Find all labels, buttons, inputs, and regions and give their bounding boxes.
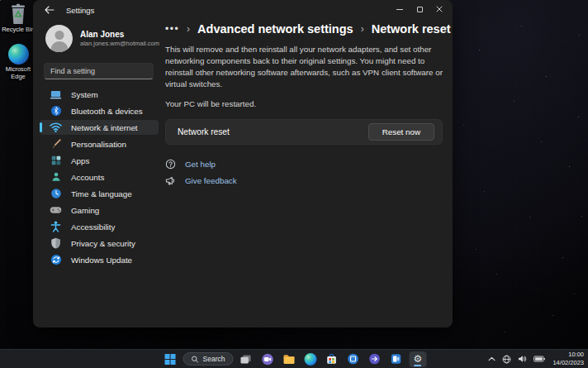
sidebar-item-windows-update[interactable]: Windows Update <box>40 252 159 267</box>
clock-time: 10:00 <box>552 351 584 359</box>
sidebar-item-accessibility[interactable]: Accessibility <box>40 219 159 234</box>
window-title: Settings <box>66 6 94 15</box>
volume-icon[interactable] <box>517 354 528 364</box>
bluetooth-icon <box>50 105 62 117</box>
taskbar-search[interactable]: Search <box>183 352 234 366</box>
chevron-right-icon: › <box>361 23 364 35</box>
sidebar-item-label: Bluetooth & devices <box>71 107 143 116</box>
store-icon <box>326 353 338 365</box>
user-info: Alan Jones alan.jones.wm@hotmail.com <box>80 29 159 48</box>
get-help-label: Get help <box>185 160 216 169</box>
settings-gear-icon: ⚙ <box>414 354 423 364</box>
sidebar-item-apps[interactable]: Apps <box>40 153 159 168</box>
give-feedback-link[interactable]: Give feedback <box>165 175 237 186</box>
reset-now-button[interactable]: Reset now <box>368 123 434 141</box>
sidebar-item-label: Windows Update <box>71 256 132 265</box>
sidebar: Alan Jones alan.jones.wm@hotmail.com Sys… <box>33 20 165 327</box>
help-links: Get help Give feedback <box>165 159 443 186</box>
sidebar-item-system[interactable]: System <box>40 87 159 102</box>
shield-icon <box>50 237 62 250</box>
chat-camera-icon <box>261 353 273 366</box>
photos-icon <box>348 353 359 365</box>
file-explorer-icon <box>282 354 295 365</box>
sidebar-item-network-internet[interactable]: Network & internet <box>40 120 159 135</box>
photos-button[interactable] <box>344 351 362 367</box>
feedback-megaphone-icon <box>165 175 176 186</box>
network-reset-card: Network reset Reset now <box>165 119 443 145</box>
apps-grid-icon <box>50 155 62 167</box>
update-arrows-icon <box>50 254 62 266</box>
task-view-button[interactable] <box>237 351 254 367</box>
sidebar-item-bluetooth-devices[interactable]: Bluetooth & devices <box>40 103 159 118</box>
back-button[interactable] <box>43 3 56 17</box>
todo-button[interactable] <box>366 351 383 367</box>
sidebar-item-label: Personalisation <box>71 140 126 149</box>
page-description: This will remove and then reinstall all … <box>165 44 443 90</box>
user-email: alan.jones.wm@hotmail.com <box>80 40 159 48</box>
start-button[interactable] <box>162 351 179 367</box>
card-label: Network reset <box>178 127 230 136</box>
wifi-icon <box>50 122 62 134</box>
back-arrow-icon <box>45 6 55 14</box>
maximize-button[interactable] <box>410 0 429 18</box>
edge-button[interactable] <box>301 351 319 367</box>
search-input[interactable] <box>50 67 147 75</box>
help-icon <box>165 159 176 170</box>
hidden-icons-chevron[interactable] <box>487 356 496 362</box>
desktop: Recycle Bin Microsoft Edge Settings <box>0 0 588 368</box>
accessibility-person-icon <box>50 221 62 233</box>
system-tray: 10:00 14/02/2023 <box>487 350 584 368</box>
main-content: ••• › Advanced network settings › Networ… <box>165 20 443 186</box>
network-globe-icon[interactable] <box>501 354 512 365</box>
desktop-icon-microsoft-edge[interactable]: Microsoft Edge <box>2 44 35 80</box>
file-explorer-button[interactable] <box>280 351 297 367</box>
settings-app-button[interactable]: ⚙ <box>409 351 426 367</box>
search-box[interactable] <box>44 63 154 79</box>
sidebar-item-label: Accounts <box>71 173 104 182</box>
breadcrumb: ••• › Advanced network settings › Networ… <box>165 22 443 36</box>
sidebar-item-gaming[interactable]: Gaming <box>40 203 159 217</box>
desktop-icon-label: Recycle Bin <box>2 26 35 34</box>
sidebar-item-privacy-security[interactable]: Privacy & security <box>40 236 159 251</box>
user-account[interactable]: Alan Jones alan.jones.wm@hotmail.com <box>45 25 165 52</box>
minimize-icon <box>396 9 403 10</box>
close-icon <box>436 6 443 12</box>
give-feedback-label: Give feedback <box>185 176 237 185</box>
edge-icon <box>304 353 316 366</box>
sidebar-item-accounts[interactable]: Accounts <box>40 170 159 184</box>
sidebar-item-label: Privacy & security <box>71 239 135 248</box>
sidebar-item-label: Apps <box>71 156 89 165</box>
widgets-button[interactable] <box>387 351 405 367</box>
avatar <box>45 25 73 52</box>
get-help-link[interactable]: Get help <box>165 159 216 170</box>
wallpaper-stars <box>0 0 1 1</box>
system-icon <box>50 88 62 101</box>
breadcrumb-parent[interactable]: Advanced network settings <box>197 22 353 36</box>
sidebar-item-label: Time & language <box>71 189 132 198</box>
settings-window: Settings Alan Jones alan.jones.wm@hotmai… <box>33 0 453 327</box>
close-button[interactable] <box>429 0 449 18</box>
sidebar-item-label: System <box>71 90 98 99</box>
sidebar-nav: System Bluetooth & devices Network & int… <box>33 87 165 267</box>
task-view-icon <box>240 354 252 365</box>
maximize-icon <box>417 7 423 12</box>
chat-button[interactable] <box>258 351 276 367</box>
sidebar-item-label: Network & internet <box>71 123 138 132</box>
taskbar-clock[interactable]: 10:00 14/02/2023 <box>552 351 584 367</box>
desktop-icon-recycle-bin[interactable]: Recycle Bin <box>2 3 35 34</box>
search-icon <box>192 356 199 363</box>
sidebar-item-time-language[interactable]: Time & language <box>40 186 159 201</box>
taskbar-center: Search <box>162 350 427 368</box>
restart-note: Your PC will be restarted. <box>165 99 443 108</box>
widgets-icon <box>391 353 402 365</box>
window-controls <box>390 0 449 18</box>
page-title: Network reset <box>372 22 451 36</box>
person-icon <box>50 171 62 184</box>
minimize-button[interactable] <box>390 0 410 18</box>
desktop-icon-label: Microsoft Edge <box>2 66 35 80</box>
store-button[interactable] <box>323 351 340 367</box>
breadcrumb-ellipsis-button[interactable]: ••• <box>165 24 179 34</box>
sidebar-item-personalisation[interactable]: Personalisation <box>40 136 159 151</box>
clock-icon <box>50 188 62 200</box>
battery-icon[interactable] <box>533 355 546 363</box>
